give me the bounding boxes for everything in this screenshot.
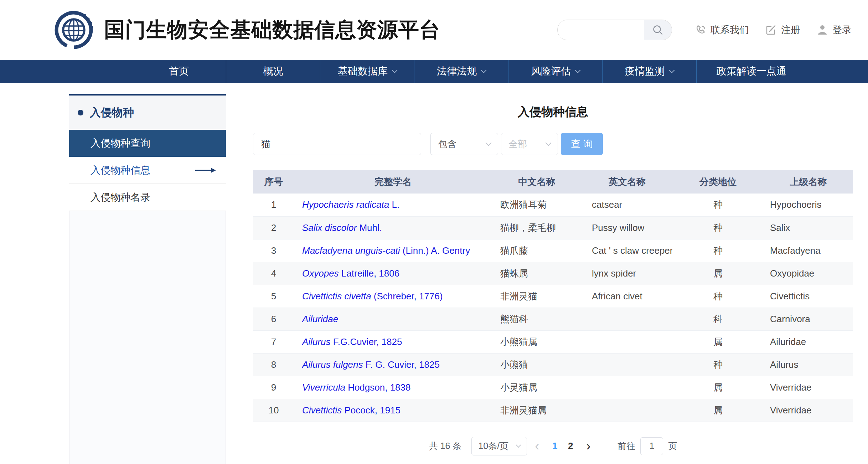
chevron-down-icon bbox=[486, 140, 492, 146]
cell-scientific-name: Civettictis civetta (Schreber, 1776) bbox=[294, 285, 492, 308]
goto-label: 前往 bbox=[618, 440, 635, 452]
scientific-name-link[interactable]: Ailuridae bbox=[302, 314, 338, 324]
arrow-right-icon bbox=[195, 167, 216, 173]
chevron-down-icon bbox=[546, 140, 552, 146]
cell-english-name: Pussy willow bbox=[582, 216, 672, 239]
species-table: 序号 完整学名 中文名称 英文名称 分类地位 上级名称 1 Hypochaeri… bbox=[253, 170, 853, 422]
nav-item[interactable]: 首页 bbox=[132, 60, 226, 83]
scientific-name-link[interactable]: Macfadyena unguis-cati (Linn.) A. Gentry bbox=[302, 245, 470, 256]
cell-scientific-name: Salix discolor Muhl. bbox=[294, 216, 492, 239]
match-mode-select[interactable]: 包含 bbox=[430, 133, 498, 155]
cell-chinese-name: 猫爪藤 bbox=[492, 239, 582, 262]
keyword-input[interactable] bbox=[253, 133, 421, 155]
user-icon bbox=[817, 24, 828, 36]
cell-taxon-rank: 属 bbox=[672, 262, 764, 285]
cell-chinese-name: 猫蛛属 bbox=[492, 262, 582, 285]
cell-taxon-rank: 种 bbox=[672, 285, 764, 308]
cell-parent-name: Ailurus bbox=[764, 353, 853, 376]
sidebar-item-invasive-species-info[interactable]: 入侵物种信息 bbox=[69, 157, 226, 184]
page-size-value: 10条/页 bbox=[478, 440, 508, 452]
scientific-name-link[interactable]: Civettictis civetta (Schreber, 1776) bbox=[302, 291, 443, 301]
site-header: 国门生物安全基础数据信息资源平台 联系我们 注册 bbox=[0, 0, 868, 60]
nav-item-label: 风险评估 bbox=[531, 65, 571, 78]
scientific-name-link[interactable]: Oxyopes Latreille, 1806 bbox=[302, 268, 399, 279]
header-search bbox=[557, 20, 672, 40]
cell-index: 7 bbox=[253, 330, 294, 353]
table-row: 5 Civettictis civetta (Schreber, 1776) 非… bbox=[253, 285, 853, 308]
goto-page-input[interactable] bbox=[640, 437, 663, 455]
scientific-name-link[interactable]: Ailurus F.G.Cuvier, 1825 bbox=[302, 336, 402, 347]
page-size-select[interactable]: 10条/页 bbox=[471, 437, 527, 455]
col-header-en: 英文名称 bbox=[582, 170, 672, 194]
sidebar-item-label: 入侵物种名录 bbox=[91, 191, 150, 204]
nav-item[interactable]: 概况 bbox=[226, 60, 320, 83]
goto-page: 前往 页 bbox=[618, 437, 677, 455]
nav-item-label: 政策解读一点通 bbox=[717, 65, 786, 78]
cell-english-name bbox=[582, 376, 672, 399]
header-search-button[interactable] bbox=[644, 20, 672, 40]
scope-select[interactable]: 全部 bbox=[501, 133, 558, 155]
cell-scientific-name: Ailuridae bbox=[294, 308, 492, 330]
cell-chinese-name: 欧洲猫耳菊 bbox=[492, 194, 582, 216]
chevron-down-icon bbox=[392, 67, 398, 73]
contact-us-label: 联系我们 bbox=[711, 24, 749, 36]
nav-item[interactable]: 法律法规 bbox=[414, 60, 508, 83]
scientific-name-link[interactable]: Civettictis Pocock, 1915 bbox=[302, 405, 401, 416]
cell-chinese-name: 猫柳，柔毛柳 bbox=[492, 216, 582, 239]
table-row: 10 Civettictis Pocock, 1915 非洲灵猫属 属 Vive… bbox=[253, 399, 853, 422]
cell-taxon-rank: 种 bbox=[672, 353, 764, 376]
col-header-no: 序号 bbox=[253, 170, 294, 194]
header-search-input[interactable] bbox=[558, 20, 644, 40]
cell-taxon-rank: 种 bbox=[672, 194, 764, 216]
scientific-name-link[interactable]: Viverricula Hodgson, 1838 bbox=[302, 382, 411, 393]
nav-item[interactable]: 疫情监测 bbox=[602, 60, 696, 83]
ring-bullet-icon bbox=[78, 110, 83, 115]
login-link[interactable]: 登录 bbox=[817, 24, 852, 36]
cell-taxon-rank: 属 bbox=[672, 399, 764, 422]
cell-scientific-name: Hypochaeris radicata L. bbox=[294, 194, 492, 216]
cell-index: 4 bbox=[253, 262, 294, 285]
col-header-cn: 中文名称 bbox=[492, 170, 582, 194]
site-title: 国门生物安全基础数据信息资源平台 bbox=[104, 16, 440, 44]
scientific-name-link[interactable]: Ailurus fulgens F. G. Cuvier, 1825 bbox=[302, 359, 440, 370]
page-number-button[interactable]: 1 bbox=[547, 440, 563, 452]
contact-us-link[interactable]: 联系我们 bbox=[695, 24, 749, 36]
scientific-name-link[interactable]: Hypochaeris radicata L. bbox=[302, 199, 399, 210]
query-button[interactable]: 查 询 bbox=[561, 133, 603, 155]
register-link[interactable]: 注册 bbox=[765, 24, 800, 36]
col-header-rank: 分类地位 bbox=[672, 170, 764, 194]
cell-parent-name: Ailuridae bbox=[764, 330, 853, 353]
cell-parent-name: Oxyopidae bbox=[764, 262, 853, 285]
match-mode-value: 包含 bbox=[438, 138, 456, 150]
cell-index: 3 bbox=[253, 239, 294, 262]
login-label: 登录 bbox=[832, 24, 852, 36]
page-number-button[interactable]: 2 bbox=[563, 440, 578, 452]
cell-taxon-rank: 科 bbox=[672, 308, 764, 330]
cell-index: 10 bbox=[253, 399, 294, 422]
cell-english-name bbox=[582, 330, 672, 353]
cell-english-name: African civet bbox=[582, 285, 672, 308]
nav-item[interactable]: 基础数据库 bbox=[320, 60, 414, 83]
chevron-down-icon bbox=[575, 67, 581, 73]
scientific-name-link[interactable]: Salix discolor Muhl. bbox=[302, 222, 382, 233]
chevron-down-icon bbox=[669, 67, 675, 73]
sidebar-item-invasive-species-query[interactable]: 入侵物种查询 bbox=[69, 130, 226, 157]
sidebar: 入侵物种 入侵物种查询 入侵物种信息 入侵物种名录 bbox=[69, 94, 226, 464]
cell-index: 9 bbox=[253, 376, 294, 399]
cell-english-name: Cat ' s claw creeper bbox=[582, 239, 672, 262]
nav-item[interactable]: 政策解读一点通 bbox=[696, 60, 806, 83]
nav-item[interactable]: 风险评估 bbox=[508, 60, 602, 83]
cell-index: 2 bbox=[253, 216, 294, 239]
prev-page-button[interactable]: ‹ bbox=[527, 440, 547, 453]
table-row: 1 Hypochaeris radicata L. 欧洲猫耳菊 catsear … bbox=[253, 194, 853, 216]
header-links: 联系我们 注册 登录 bbox=[695, 24, 852, 36]
cell-scientific-name: Ailurus fulgens F. G. Cuvier, 1825 bbox=[294, 353, 492, 376]
nav-item-label: 法律法规 bbox=[437, 65, 477, 78]
cell-scientific-name: Civettictis Pocock, 1915 bbox=[294, 399, 492, 422]
cell-scientific-name: Macfadyena unguis-cati (Linn.) A. Gentry bbox=[294, 239, 492, 262]
next-page-button[interactable]: › bbox=[578, 440, 598, 453]
cell-parent-name: Hypochoeris bbox=[764, 194, 853, 216]
cell-english-name bbox=[582, 353, 672, 376]
sidebar-item-invasive-species-list[interactable]: 入侵物种名录 bbox=[69, 184, 226, 211]
cell-english-name: lynx spider bbox=[582, 262, 672, 285]
